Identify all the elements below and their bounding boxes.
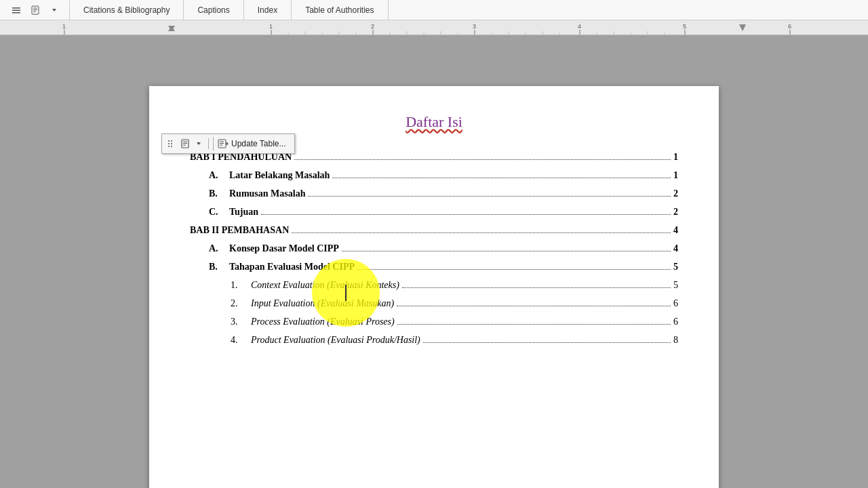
- toc-entry-label: A.: [209, 241, 229, 256]
- toc-entry: BAB II PEMBAHASAN4: [190, 223, 678, 237]
- toc-entry-dots: [261, 214, 671, 215]
- toolbar-index[interactable]: Index: [244, 0, 292, 20]
- svg-point-51: [171, 146, 172, 147]
- svg-rect-2: [12, 12, 20, 14]
- toc-entry-text: Tujuan: [229, 205, 258, 219]
- captions-label: Captions: [197, 5, 229, 15]
- toc-entry-dots: [397, 306, 671, 306]
- toc-floating-toolbar: Update Table...: [161, 134, 295, 154]
- toc-entry-page: 1: [673, 150, 678, 164]
- toc-entry-text: Product Evaluation (Evaluasi Produk/Hasi…: [251, 333, 420, 347]
- toc-entry-dots: [423, 342, 671, 343]
- toolbar-table-of-authorities[interactable]: Table of Authorities: [292, 0, 388, 20]
- toc-entry-dots: [357, 269, 671, 270]
- toc-entry-page: 1: [673, 168, 678, 182]
- update-table-button[interactable]: Update Table...: [213, 137, 290, 150]
- svg-marker-7: [52, 9, 56, 12]
- svg-point-48: [168, 143, 170, 144]
- toc-entry-dots: [308, 196, 671, 197]
- toc-entry: 3.Process Evaluation (Evaluasi Proses)6: [190, 314, 678, 329]
- svg-text:1: 1: [269, 23, 273, 30]
- toolbar-left-icons: [7, 1, 70, 20]
- toc-entry: 4.Product Evaluation (Evaluasi Produk/Ha…: [190, 333, 678, 347]
- toc-entry: B.Rumusan Masalah2: [190, 186, 678, 201]
- svg-point-46: [168, 140, 170, 142]
- toolbar-captions[interactable]: Captions: [184, 0, 243, 20]
- toc-dropdown-icon[interactable]: [193, 138, 204, 149]
- document-title: Daftar Isi: [190, 113, 678, 131]
- toc-entry-dots: [402, 287, 671, 288]
- toc-entry-text: Latar Belakang Masalah: [229, 168, 330, 182]
- toc-doc-icon[interactable]: [180, 138, 191, 149]
- toc-entry-text: Input Evaluation (Evaluasi Masukan): [251, 296, 394, 310]
- toc-entry-label: B.: [209, 186, 229, 201]
- toc-entry-page: 4: [673, 223, 678, 237]
- dropdown-arrow-icon[interactable]: [45, 1, 64, 20]
- svg-rect-0: [12, 7, 20, 9]
- toc-entry-text: BAB II PEMBAHASAN: [190, 223, 289, 237]
- svg-rect-1: [12, 9, 20, 11]
- toc-entry-dots: [332, 178, 671, 178]
- toc-container: BAB I PENDAHULUAN1A.Latar Belakang Masal…: [190, 150, 678, 347]
- toc-entry-page: 8: [673, 333, 678, 347]
- svg-text:4: 4: [578, 23, 581, 30]
- citations-bibliography-label: Citations & Bibliography: [83, 5, 170, 15]
- toolbar-citations-bibliography[interactable]: Citations & Bibliography: [70, 0, 184, 20]
- toc-entry-label: 2.: [231, 296, 251, 310]
- toc-entry-dots: [342, 251, 671, 251]
- toc-entry-label: 4.: [231, 333, 251, 347]
- toc-entry-text: Process Evaluation (Evaluasi Proses): [251, 314, 395, 329]
- toc-entry: A.Konsep Dasar Model CIPP4: [190, 241, 678, 256]
- ruler: 1 1 2 3 4 5 6: [0, 20, 868, 35]
- svg-text:2: 2: [371, 23, 374, 30]
- toc-entry: 1.Context Evaluation (Evaluasi Konteks)5: [190, 278, 678, 292]
- toc-entry-page: 6: [673, 314, 678, 329]
- toc-move-icon[interactable]: [166, 138, 177, 149]
- menu-icon[interactable]: [7, 1, 26, 20]
- index-label: Index: [258, 5, 277, 15]
- svg-text:5: 5: [683, 23, 686, 30]
- svg-rect-8: [0, 20, 868, 35]
- svg-text:1: 1: [62, 23, 66, 30]
- toc-entry-text: Context Evaluation (Evaluasi Konteks): [251, 278, 399, 292]
- toc-entry-dots: [292, 232, 671, 233]
- main-toolbar: Citations & Bibliography Captions Index …: [0, 0, 868, 20]
- toc-entry-text: Konsep Dasar Model CIPP: [229, 241, 339, 256]
- toc-entry-page: 5: [673, 260, 678, 274]
- toc-entry-label: B.: [209, 260, 229, 274]
- toc-entry-label: 3.: [231, 314, 251, 329]
- toc-entry-page: 2: [673, 186, 678, 201]
- toc-entry-label: 1.: [231, 278, 251, 292]
- toc-entry-text: Tahapan Evaluasi Model CIPP: [229, 260, 355, 274]
- toc-entry-page: 5: [673, 278, 678, 292]
- doc-icon[interactable]: [26, 1, 45, 20]
- toc-entry: 2.Input Evaluation (Evaluasi Masukan)6: [190, 296, 678, 310]
- toc-entry-label: C.: [209, 205, 229, 219]
- svg-point-49: [171, 143, 172, 144]
- toc-entry-dots: [294, 159, 671, 160]
- toc-entry-page: 6: [673, 296, 678, 310]
- update-table-label: Update Table...: [231, 139, 286, 148]
- ruler-svg: 1 1 2 3 4 5 6: [0, 20, 868, 35]
- toc-entry-page: 2: [673, 205, 678, 219]
- update-icon: [218, 138, 229, 149]
- toc-entry-text: Rumusan Masalah: [229, 186, 305, 201]
- table-of-authorities-label: Table of Authorities: [305, 5, 374, 15]
- svg-point-47: [171, 140, 172, 142]
- svg-text:6: 6: [788, 23, 791, 30]
- toolbar-separator: [208, 138, 209, 149]
- svg-text:3: 3: [473, 23, 476, 30]
- toc-entry-page: 4: [673, 241, 678, 256]
- toc-entry-dots: [397, 324, 671, 325]
- toc-entry-label: A.: [209, 168, 229, 182]
- svg-marker-56: [197, 142, 201, 145]
- toc-entry: A.Latar Belakang Masalah1: [190, 168, 678, 182]
- toc-entry: C.Tujuan2: [190, 205, 678, 219]
- toc-entry: B.Tahapan Evaluasi Model CIPP5: [190, 260, 678, 274]
- main-content-area: Update Table... Daftar Isi BAB I PENDAHU…: [0, 35, 868, 488]
- svg-point-50: [168, 146, 170, 147]
